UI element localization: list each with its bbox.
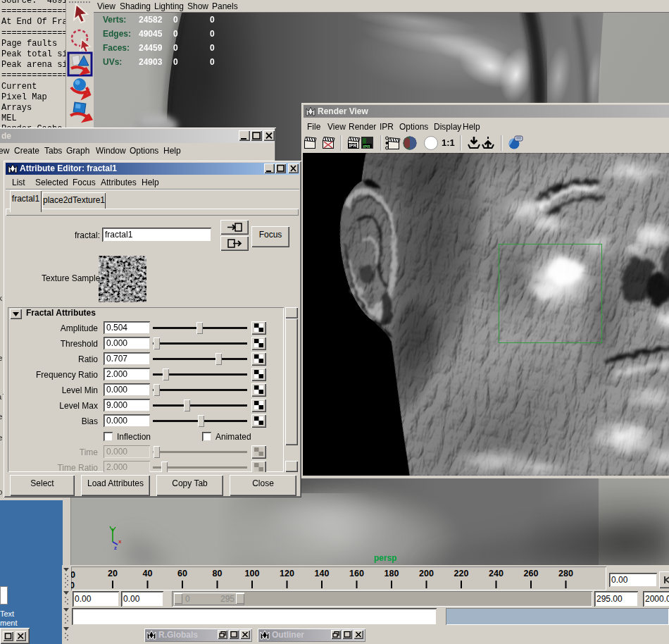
svg-text:60: 60 (177, 569, 187, 578)
svg-text:220: 220 (454, 569, 469, 578)
svg-text:200: 200 (419, 569, 434, 578)
svg-text:20: 20 (108, 569, 118, 578)
svg-text:80: 80 (213, 569, 223, 578)
svg-text:1:1: 1:1 (442, 137, 455, 148)
svg-text:120: 120 (280, 569, 294, 578)
svg-text:140: 140 (315, 569, 330, 578)
svg-text:260: 260 (524, 569, 539, 578)
svg-text:0: 0 (71, 581, 75, 590)
svg-text:100: 100 (245, 569, 260, 578)
svg-text:240: 240 (489, 569, 504, 578)
svg-text:280: 280 (558, 569, 573, 578)
svg-text:160: 160 (349, 569, 364, 578)
svg-text:0: 0 (71, 570, 75, 580)
svg-text:x: x (118, 538, 122, 545)
svg-text:IPR: IPR (349, 143, 357, 148)
svg-text:z: z (114, 545, 117, 551)
svg-text:IPR: IPR (363, 144, 371, 149)
svg-text:40: 40 (143, 569, 153, 578)
svg-text:180: 180 (384, 569, 399, 578)
